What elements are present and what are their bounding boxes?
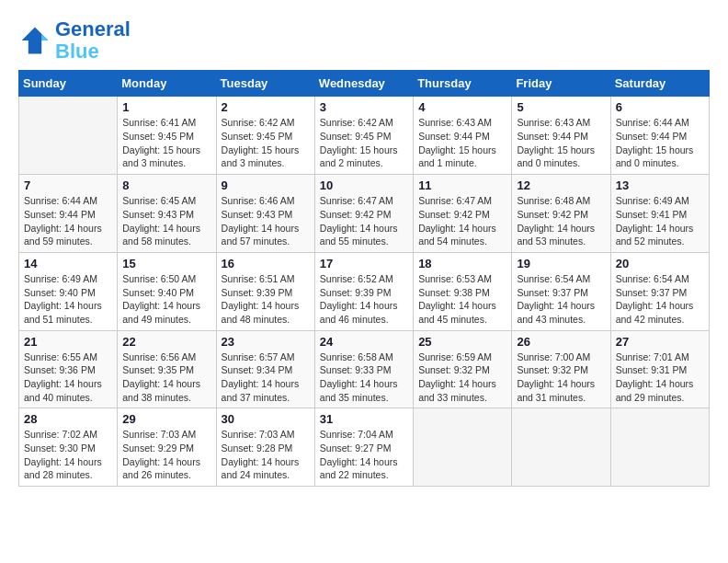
day-number: 19: [517, 257, 605, 270]
day-number: 21: [24, 335, 112, 349]
cell-info: Sunrise: 6:54 AMSunset: 9:37 PMDaylight:…: [517, 272, 605, 327]
calendar-week-row: 14Sunrise: 6:49 AMSunset: 9:40 PMDayligh…: [19, 252, 710, 330]
day-number: 10: [320, 178, 408, 192]
calendar-cell: 16Sunrise: 6:51 AMSunset: 9:39 PMDayligh…: [216, 252, 314, 330]
day-number: 23: [222, 335, 310, 349]
cell-info: Sunrise: 6:49 AMSunset: 9:41 PMDaylight:…: [616, 194, 704, 248]
cell-info: Sunrise: 6:52 AMSunset: 9:39 PMDaylight:…: [320, 272, 408, 327]
cell-info: Sunrise: 7:03 AMSunset: 9:28 PMDaylight:…: [222, 428, 310, 482]
day-number: 28: [24, 412, 112, 426]
calendar-table: SundayMondayTuesdayWednesdayThursdayFrid…: [18, 70, 710, 487]
calendar-cell: 4Sunrise: 6:43 AMSunset: 9:44 PMDaylight…: [414, 97, 512, 175]
calendar-cell: 15Sunrise: 6:50 AMSunset: 9:40 PMDayligh…: [118, 252, 216, 330]
cell-info: Sunrise: 6:53 AMSunset: 9:38 PMDaylight:…: [418, 272, 506, 327]
day-number: 8: [122, 178, 210, 192]
calendar-cell: 30Sunrise: 7:03 AMSunset: 9:28 PMDayligh…: [216, 408, 314, 487]
calendar-cell: 14Sunrise: 6:49 AMSunset: 9:40 PMDayligh…: [19, 252, 118, 330]
column-header-monday: Monday: [118, 71, 216, 97]
day-number: 13: [616, 178, 704, 192]
cell-info: Sunrise: 6:47 AMSunset: 9:42 PMDaylight:…: [320, 194, 408, 248]
logo-text: General Blue: [55, 18, 131, 63]
cell-info: Sunrise: 6:42 AMSunset: 9:45 PMDaylight:…: [222, 116, 310, 170]
column-header-saturday: Saturday: [610, 71, 709, 97]
calendar-cell: 19Sunrise: 6:54 AMSunset: 9:37 PMDayligh…: [512, 252, 610, 330]
cell-info: Sunrise: 6:47 AMSunset: 9:42 PMDaylight:…: [418, 194, 506, 248]
calendar-cell: 23Sunrise: 6:57 AMSunset: 9:34 PMDayligh…: [216, 330, 314, 408]
calendar-cell: 17Sunrise: 6:52 AMSunset: 9:39 PMDayligh…: [314, 252, 413, 330]
cell-info: Sunrise: 6:55 AMSunset: 9:36 PMDaylight:…: [24, 350, 112, 405]
day-number: 18: [418, 257, 506, 270]
calendar-cell: 11Sunrise: 6:47 AMSunset: 9:42 PMDayligh…: [414, 175, 512, 253]
column-header-thursday: Thursday: [414, 71, 512, 97]
cell-info: Sunrise: 6:59 AMSunset: 9:32 PMDaylight:…: [418, 350, 506, 405]
day-number: 7: [24, 178, 112, 192]
calendar-cell: 8Sunrise: 6:45 AMSunset: 9:43 PMDaylight…: [118, 175, 216, 253]
column-header-friday: Friday: [512, 71, 610, 97]
cell-info: Sunrise: 6:56 AMSunset: 9:35 PMDaylight:…: [122, 350, 210, 405]
logo-icon: [18, 24, 51, 57]
calendar-cell: 27Sunrise: 7:01 AMSunset: 9:31 PMDayligh…: [610, 330, 709, 408]
day-number: 2: [222, 100, 310, 114]
calendar-header-row: SundayMondayTuesdayWednesdayThursdayFrid…: [19, 71, 710, 97]
calendar-week-row: 28Sunrise: 7:02 AMSunset: 9:30 PMDayligh…: [19, 408, 710, 487]
day-number: 20: [616, 257, 704, 270]
calendar-week-row: 1Sunrise: 6:41 AMSunset: 9:45 PMDaylight…: [19, 97, 710, 175]
cell-info: Sunrise: 7:02 AMSunset: 9:30 PMDaylight:…: [24, 428, 112, 482]
cell-info: Sunrise: 6:45 AMSunset: 9:43 PMDaylight:…: [122, 194, 210, 248]
calendar-cell: 25Sunrise: 6:59 AMSunset: 9:32 PMDayligh…: [414, 330, 512, 408]
calendar-cell: 10Sunrise: 6:47 AMSunset: 9:42 PMDayligh…: [314, 175, 413, 253]
calendar-cell: 22Sunrise: 6:56 AMSunset: 9:35 PMDayligh…: [118, 330, 216, 408]
cell-info: Sunrise: 6:42 AMSunset: 9:45 PMDaylight:…: [320, 116, 408, 170]
calendar-week-row: 7Sunrise: 6:44 AMSunset: 9:44 PMDaylight…: [19, 175, 710, 253]
day-number: 30: [222, 412, 310, 426]
day-number: 22: [122, 335, 210, 349]
calendar-cell: 7Sunrise: 6:44 AMSunset: 9:44 PMDaylight…: [19, 175, 118, 253]
day-number: 24: [320, 335, 408, 349]
column-header-wednesday: Wednesday: [314, 71, 413, 97]
calendar-cell: 21Sunrise: 6:55 AMSunset: 9:36 PMDayligh…: [19, 330, 118, 408]
cell-info: Sunrise: 7:03 AMSunset: 9:29 PMDaylight:…: [122, 428, 210, 482]
calendar-cell: 1Sunrise: 6:41 AMSunset: 9:45 PMDaylight…: [118, 97, 216, 175]
calendar-cell: 5Sunrise: 6:43 AMSunset: 9:44 PMDaylight…: [512, 97, 610, 175]
day-number: 5: [517, 100, 605, 114]
calendar-cell: 28Sunrise: 7:02 AMSunset: 9:30 PMDayligh…: [19, 408, 118, 487]
cell-info: Sunrise: 6:50 AMSunset: 9:40 PMDaylight:…: [122, 272, 210, 327]
calendar-cell: [610, 408, 709, 487]
day-number: 3: [320, 100, 408, 114]
cell-info: Sunrise: 6:46 AMSunset: 9:43 PMDaylight:…: [222, 194, 310, 248]
cell-info: Sunrise: 6:58 AMSunset: 9:33 PMDaylight:…: [320, 350, 408, 405]
cell-info: Sunrise: 6:51 AMSunset: 9:39 PMDaylight:…: [222, 272, 310, 327]
calendar-cell: 6Sunrise: 6:44 AMSunset: 9:44 PMDaylight…: [610, 97, 709, 175]
calendar-cell: 26Sunrise: 7:00 AMSunset: 9:32 PMDayligh…: [512, 330, 610, 408]
day-number: 26: [517, 335, 605, 349]
cell-info: Sunrise: 6:43 AMSunset: 9:44 PMDaylight:…: [418, 116, 506, 170]
cell-info: Sunrise: 7:01 AMSunset: 9:31 PMDaylight:…: [616, 350, 704, 405]
column-header-sunday: Sunday: [19, 71, 118, 97]
day-number: 29: [122, 412, 210, 426]
calendar-cell: 12Sunrise: 6:48 AMSunset: 9:42 PMDayligh…: [512, 175, 610, 253]
cell-info: Sunrise: 6:57 AMSunset: 9:34 PMDaylight:…: [222, 350, 310, 405]
day-number: 25: [418, 335, 506, 349]
day-number: 17: [320, 257, 408, 270]
calendar-week-row: 21Sunrise: 6:55 AMSunset: 9:36 PMDayligh…: [19, 330, 710, 408]
day-number: 16: [222, 257, 310, 270]
cell-info: Sunrise: 6:44 AMSunset: 9:44 PMDaylight:…: [616, 116, 704, 170]
svg-marker-1: [41, 34, 48, 40]
cell-info: Sunrise: 7:00 AMSunset: 9:32 PMDaylight:…: [517, 350, 605, 405]
calendar-cell: 31Sunrise: 7:04 AMSunset: 9:27 PMDayligh…: [314, 408, 413, 487]
calendar-cell: [512, 408, 610, 487]
cell-info: Sunrise: 6:49 AMSunset: 9:40 PMDaylight:…: [24, 272, 112, 327]
day-number: 12: [517, 178, 605, 192]
day-number: 6: [616, 100, 704, 114]
calendar-cell: [414, 408, 512, 487]
calendar-cell: 2Sunrise: 6:42 AMSunset: 9:45 PMDaylight…: [216, 97, 314, 175]
calendar-cell: 9Sunrise: 6:46 AMSunset: 9:43 PMDaylight…: [216, 175, 314, 253]
calendar-cell: 13Sunrise: 6:49 AMSunset: 9:41 PMDayligh…: [610, 175, 709, 253]
day-number: 15: [122, 257, 210, 270]
cell-info: Sunrise: 6:44 AMSunset: 9:44 PMDaylight:…: [24, 194, 112, 248]
day-number: 1: [122, 100, 210, 114]
cell-info: Sunrise: 6:54 AMSunset: 9:37 PMDaylight:…: [616, 272, 704, 327]
cell-info: Sunrise: 6:43 AMSunset: 9:44 PMDaylight:…: [517, 116, 605, 170]
cell-info: Sunrise: 7:04 AMSunset: 9:27 PMDaylight:…: [320, 428, 408, 482]
day-number: 4: [418, 100, 506, 114]
